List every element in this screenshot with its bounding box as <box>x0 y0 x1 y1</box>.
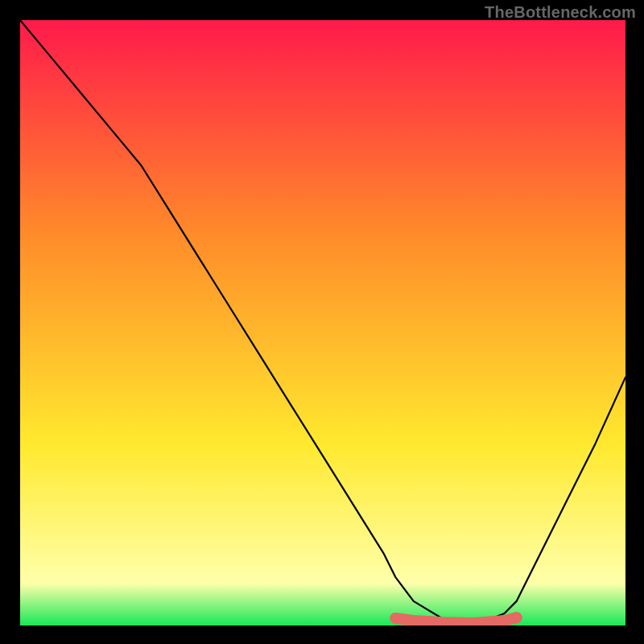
watermark-text: TheBottleneck.com <box>485 3 636 22</box>
minimum-region-end-dot <box>511 612 522 623</box>
minimum-region-marker <box>395 617 516 623</box>
plot-area <box>20 20 625 625</box>
chart-stage: TheBottleneck.com <box>0 0 644 644</box>
gradient-background <box>20 20 625 625</box>
chart-svg <box>20 20 625 625</box>
